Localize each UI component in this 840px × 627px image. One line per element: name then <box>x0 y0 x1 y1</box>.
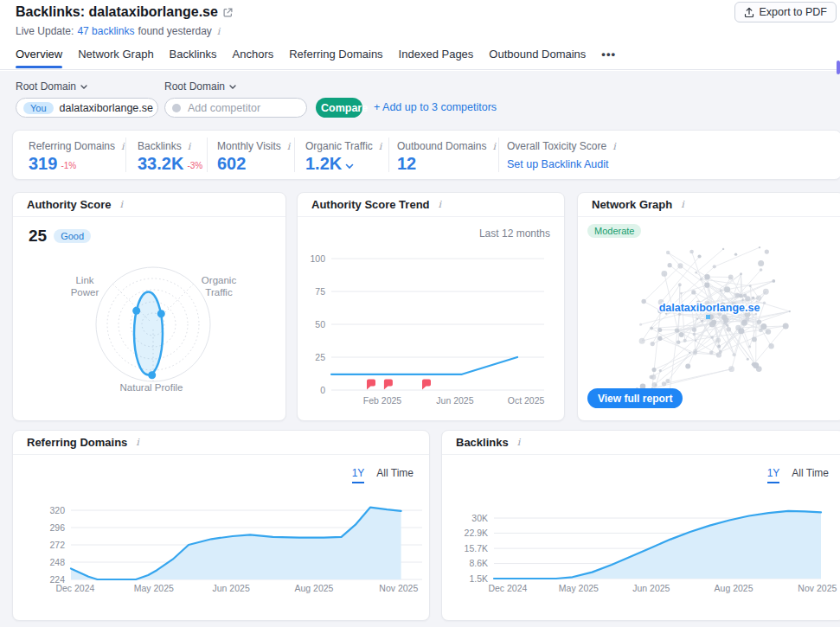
period-tab-all-time[interactable]: All Time <box>376 467 414 483</box>
divider <box>498 138 499 172</box>
event-flag-icon <box>367 380 375 390</box>
export-to-pdf-button[interactable]: Export to PDF <box>734 2 837 22</box>
divider <box>388 138 389 172</box>
tab-anchors[interactable]: Anchors <box>233 48 274 68</box>
page-title: Backlinks: dalataxiborlange.se <box>16 4 233 20</box>
info-icon[interactable]: i <box>186 141 193 152</box>
metric-value[interactable]: 602 <box>217 155 246 172</box>
period-tabs: 1Y All Time <box>767 467 829 483</box>
tab-referring-domains[interactable]: Referring Domains <box>289 48 382 68</box>
root-domain-label: Root Domain <box>164 80 225 93</box>
compare-button[interactable]: Compare <box>316 98 362 118</box>
period-tab-1y[interactable]: 1Y <box>352 467 365 483</box>
root-domain-selector-competitor[interactable]: Root Domain <box>164 80 236 93</box>
info-icon[interactable]: i <box>215 26 222 37</box>
info-icon[interactable]: i <box>611 141 618 152</box>
metric-referring-domains: Referring Domainsi 319-1% <box>29 140 126 172</box>
svg-text:Dec 2024: Dec 2024 <box>55 583 94 593</box>
info-icon[interactable]: i <box>491 141 497 152</box>
info-icon[interactable]: i <box>285 141 292 152</box>
card-header: Backlinks i <box>442 431 840 455</box>
tabs-more-button[interactable]: ••• <box>601 48 616 68</box>
card-header: Authority Score Trend i <box>298 193 564 217</box>
metric-outbound-domains: Outbound Domainsi 12 <box>397 140 497 172</box>
event-flag-icon <box>384 380 393 390</box>
authority-score-trend-card: Authority Score Trend i Last 12 months 0… <box>297 192 565 421</box>
metric-value[interactable]: 33.2K <box>138 155 183 172</box>
info-icon[interactable]: i <box>437 199 444 210</box>
view-full-report-button[interactable]: View full report <box>587 388 683 408</box>
period-tab-1y[interactable]: 1Y <box>767 467 780 483</box>
add-competitors-link[interactable]: + Add up to 3 competitors <box>374 101 497 113</box>
add-competitor-input[interactable]: Add competitor <box>164 98 307 118</box>
root-domain-selector-you[interactable]: Root Domain <box>16 80 87 93</box>
referring-domains-card: Referring Domains i 1Y All Time 22424827… <box>12 430 430 621</box>
card-title: Referring Domains <box>27 436 127 449</box>
card-title: Authority Score Trend <box>311 198 430 211</box>
backlinks-overview-page: Backlinks: dalataxiborlange.se Live Upda… <box>0 0 840 627</box>
tab-indexed-pages[interactable]: Indexed Pages <box>399 48 474 68</box>
svg-text:Organic: Organic <box>202 275 237 285</box>
metric-delta: -3% <box>187 162 202 172</box>
svg-text:25: 25 <box>315 352 325 362</box>
period-tab-all-time[interactable]: All Time <box>792 467 829 483</box>
chevron-down-icon[interactable] <box>345 163 354 170</box>
external-link-icon[interactable] <box>223 8 233 17</box>
card-header: Authority Score i <box>13 193 285 217</box>
svg-text:Power: Power <box>71 287 99 298</box>
export-label: Export to PDF <box>760 6 828 18</box>
svg-text:Oct 2025: Oct 2025 <box>508 395 545 406</box>
info-icon[interactable]: i <box>377 141 384 152</box>
tab-network-graph[interactable]: Network Graph <box>78 48 153 68</box>
network-moderate-badge: Moderate <box>587 224 641 238</box>
metric-value[interactable]: 1.2K <box>305 155 342 172</box>
svg-text:1.5K: 1.5K <box>469 573 488 584</box>
metric-label: Organic Traffic <box>305 140 373 152</box>
live-update-backlinks-link[interactable]: 47 backlinks <box>77 25 134 37</box>
tab-backlinks[interactable]: Backlinks <box>170 48 217 68</box>
event-flag-icon <box>422 380 431 390</box>
info-icon[interactable]: i <box>134 437 141 448</box>
competitor-placeholder: Add competitor <box>188 102 260 114</box>
card-header: Referring Domains i <box>13 431 429 455</box>
svg-text:15.7K: 15.7K <box>465 543 488 553</box>
metrics-summary-bar: Referring Domainsi 319-1% Backlinksi 33.… <box>12 130 840 180</box>
live-update-line: Live Update: 47 backlinks found yesterda… <box>16 25 221 37</box>
your-domain-input[interactable]: You dalataxiborlange.se <box>16 98 158 118</box>
svg-text:272: 272 <box>49 540 65 550</box>
tab-outbound-domains[interactable]: Outbound Domains <box>489 48 586 68</box>
metric-toxicity-score: Overall Toxicity Scorei Set up Backlink … <box>507 140 618 171</box>
info-icon[interactable]: i <box>679 199 686 210</box>
chevron-down-icon <box>229 85 236 89</box>
referring-domains-chart: 224248272296320Dec 2024May 2025Jun 2025A… <box>13 498 431 602</box>
metric-backlinks: Backlinksi 33.2K-3% <box>138 140 202 172</box>
info-icon[interactable]: i <box>119 199 125 210</box>
metric-value[interactable]: 12 <box>397 155 416 172</box>
svg-text:Jun 2025: Jun 2025 <box>436 395 473 406</box>
setup-backlink-audit-link[interactable]: Set up Backlink Audit <box>507 158 608 170</box>
tab-overview[interactable]: Overview <box>16 48 62 68</box>
chevron-down-icon <box>80 85 87 89</box>
metric-value[interactable]: 319 <box>29 155 57 172</box>
info-icon[interactable]: i <box>516 437 523 448</box>
svg-text:May 2025: May 2025 <box>559 583 599 593</box>
main-tabs: Overview Network Graph Backlinks Anchors… <box>16 48 616 68</box>
card-header: Network Graph i <box>578 193 840 217</box>
scrollbar-thumb[interactable] <box>837 61 840 74</box>
export-icon <box>744 7 754 18</box>
metric-label: Outbound Domains <box>397 140 486 152</box>
you-badge: You <box>23 102 54 114</box>
svg-text:Aug 2025: Aug 2025 <box>294 583 333 593</box>
svg-text:Link: Link <box>75 275 93 285</box>
svg-text:Dec 2024: Dec 2024 <box>488 583 527 593</box>
authority-score-trend-chart: 0255075100Feb 2025Jun 2025Oct 2025 <box>298 241 566 411</box>
metric-organic-traffic: Organic Traffici 1.2K <box>305 140 383 172</box>
svg-text:Aug 2025: Aug 2025 <box>715 583 753 593</box>
authority-score-card: Authority Score i 25 Good LinkPowerOrgan… <box>12 192 286 421</box>
svg-text:Nov 2025: Nov 2025 <box>798 583 837 593</box>
svg-text:Jun 2025: Jun 2025 <box>213 583 250 593</box>
period-tabs: 1Y All Time <box>352 467 414 483</box>
backlinks-card: Backlinks i 1Y All Time 1.5K8.6K15.7K22.… <box>441 430 840 621</box>
network-center-domain-label: dalataxiborlange.se <box>659 302 760 314</box>
svg-text:100: 100 <box>310 253 325 264</box>
